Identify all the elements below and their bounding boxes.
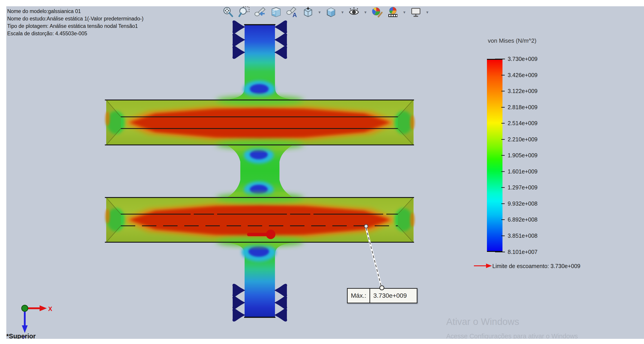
- triad-x-label: X: [48, 306, 52, 312]
- legend-value: 2.514e+009: [508, 120, 553, 127]
- section-view-icon[interactable]: [270, 6, 282, 19]
- legend-tick: [501, 187, 505, 188]
- legend-tick: [495, 252, 505, 252]
- legend-value: 9.932e+008: [508, 200, 553, 207]
- heads-up-toolbar: A ▾ ▾ ▾ ▾ ▾: [222, 5, 429, 19]
- legend-tick: [495, 59, 505, 59]
- legend-value: 3.730e+009: [508, 55, 553, 62]
- apply-scene-icon[interactable]: [386, 6, 400, 19]
- yield-limit-arrow-icon: [474, 262, 492, 270]
- legend-value: 3.426e+009: [508, 72, 553, 78]
- legend-value: 2.818e+009: [508, 104, 553, 111]
- page-margin-bottom: [0, 339, 644, 344]
- legend-tick: [501, 139, 505, 140]
- legend-tick: [501, 107, 505, 108]
- legend-tick: [501, 219, 505, 220]
- legend-value: 3.851e+008: [508, 232, 553, 239]
- model-band-1: [105, 96, 414, 149]
- max-callout-value: 3.730e+009: [370, 289, 417, 303]
- legend-tick: [501, 171, 505, 172]
- display-style-caret-icon[interactable]: ▾: [340, 10, 344, 15]
- legend-value: 6.892e+008: [508, 216, 553, 223]
- solidworks-simulation-window: X Z Nome do modelo:galssianica 01 Nome d…: [0, 0, 644, 344]
- max-callout-label: Máx.:: [348, 289, 370, 303]
- legend-value: 8.101e+007: [508, 248, 553, 255]
- display-style-icon[interactable]: [324, 6, 338, 19]
- legend-value: 1.601e+009: [508, 168, 553, 175]
- page-margin-left: [0, 0, 6, 344]
- max-callout-anchor-icon[interactable]: [380, 285, 384, 290]
- legend-value: 3.122e+009: [508, 88, 553, 94]
- legend-tick: [501, 235, 505, 236]
- plot-header-info: Nome do modelo:galssianica 01 Nome do es…: [7, 8, 144, 37]
- windows-activation-watermark: Ativar o Windows: [446, 316, 519, 327]
- view-settings-icon[interactable]: [409, 6, 422, 19]
- zoom-to-fit-icon[interactable]: [222, 6, 235, 19]
- zoom-to-area-icon[interactable]: [238, 6, 251, 19]
- hide-show-items-caret-icon[interactable]: ▾: [364, 10, 368, 15]
- legend-value: 1.905e+009: [508, 152, 553, 159]
- yield-limit-label: Limite de escoamento: 3.730e+009: [492, 263, 580, 269]
- view-orientation-icon[interactable]: [302, 6, 314, 19]
- deformation-scale: Escala de distorção: 4.45503e-005: [7, 30, 144, 37]
- legend-tick: [501, 75, 505, 75]
- view-orientation-caret-icon[interactable]: ▾: [318, 10, 322, 15]
- legend-tick: [501, 203, 505, 204]
- legend-title: von Mises (N/m^2): [488, 37, 536, 44]
- legend-tick: [501, 155, 505, 156]
- legend-tick: [501, 91, 505, 91]
- legend-color-bar: [487, 59, 502, 252]
- plot-type: Tipo de plotagem: Análise estática tensã…: [7, 22, 144, 30]
- apply-scene-caret-icon[interactable]: ▾: [402, 10, 406, 15]
- legend-value: 1.297e+009: [508, 184, 553, 191]
- triad-origin: [22, 305, 28, 311]
- legend-value: 2.210e+009: [508, 136, 553, 143]
- dynamic-annotation-views-icon[interactable]: A: [286, 6, 298, 19]
- model-neck: [227, 145, 293, 198]
- hide-show-items-icon[interactable]: [348, 6, 360, 19]
- model-name: Nome do modelo:galssianica 01: [7, 8, 144, 15]
- edit-appearance-icon[interactable]: [370, 6, 384, 19]
- view-settings-caret-icon[interactable]: ▾: [425, 10, 429, 15]
- svg-text:A: A: [292, 12, 297, 18]
- legend-tick: [501, 123, 505, 124]
- previous-view-icon[interactable]: [254, 6, 267, 19]
- page-margin-top: [0, 0, 644, 6]
- study-name: Nome do estudo:Análise estática 1(-Valor…: [7, 15, 144, 22]
- max-callout[interactable]: Máx.: 3.730e+009: [347, 288, 418, 303]
